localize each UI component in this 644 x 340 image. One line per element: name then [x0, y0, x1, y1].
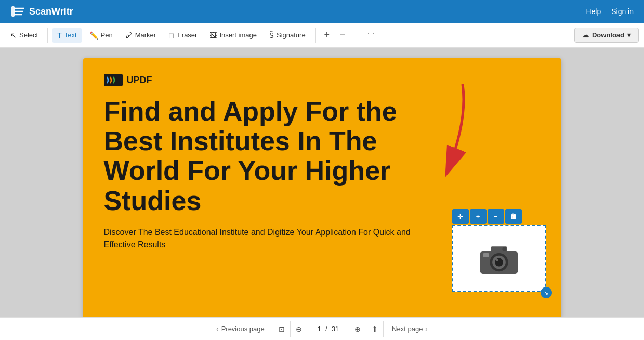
- select-icon: ↖: [10, 31, 17, 40]
- nav-links: Help Sign in: [586, 7, 634, 16]
- zoom-out-bottom-icon: ⊖: [296, 325, 302, 333]
- zoom-in-bottom-button[interactable]: ⊕: [349, 322, 366, 336]
- page-info: 1 / 31: [307, 325, 349, 333]
- red-arrow: [421, 79, 489, 185]
- pen-tool-button[interactable]: ✏️ Pen: [84, 28, 118, 43]
- camera-icon: [478, 240, 520, 277]
- marker-icon: 🖊: [125, 31, 133, 40]
- page-separator: /: [325, 325, 327, 333]
- image-widget-toolbar: ✛ + − 🗑: [452, 209, 546, 224]
- updf-logo-icon: [104, 74, 123, 86]
- current-page: 1: [318, 325, 321, 333]
- marker-tool-button[interactable]: 🖊 Marker: [120, 28, 161, 43]
- zoom-controls: + −: [320, 28, 350, 43]
- insert-image-tool-button[interactable]: 🖼 Insert image: [204, 28, 262, 43]
- pen-icon: ✏️: [89, 31, 98, 40]
- toolbar: ↖ Select T Text ✏️ Pen 🖊 Marker ◻ Eraser…: [0, 23, 644, 48]
- top-nav: ScanWritr Help Sign in: [0, 0, 644, 23]
- toolbar-separator-2: [315, 28, 316, 43]
- download-bottom-button[interactable]: ⬆: [366, 322, 383, 336]
- svg-rect-13: [502, 247, 506, 251]
- toolbar-separator-3: [354, 28, 354, 43]
- eraser-icon: ◻: [168, 31, 175, 40]
- doc-subtext: Discover The Best Educational Institute …: [104, 226, 426, 251]
- document: UPDF Find and Apply For the Best Institu…: [83, 58, 561, 317]
- text-icon: T: [57, 31, 62, 40]
- bottom-bar: ‹ Previous page ⊡ ⊖ 1 / 31 ⊕ ⬆ Next page…: [0, 317, 644, 340]
- image-icon: 🖼: [209, 31, 217, 40]
- download-chevron-icon: ▾: [627, 31, 631, 39]
- signature-icon: S̃: [269, 31, 274, 40]
- page-fit-icon: ⊡: [279, 325, 285, 333]
- zoom-out-bottom-button[interactable]: ⊖: [291, 322, 307, 336]
- prev-chevron-icon: ‹: [216, 325, 218, 333]
- doc-heading: Find and Apply For the Best Institutes I…: [104, 97, 426, 216]
- select-tool-button[interactable]: ↖ Select: [5, 28, 43, 43]
- toolbar-separator-1: [47, 28, 48, 43]
- next-page-button[interactable]: Next page ›: [384, 321, 436, 337]
- download-icon: ☁: [582, 31, 589, 39]
- download-button[interactable]: ☁ Download ▾: [574, 28, 639, 43]
- zoom-in-button[interactable]: +: [320, 28, 334, 43]
- resize-handle[interactable]: ↘: [541, 287, 552, 298]
- svg-point-11: [495, 259, 498, 261]
- sign-in-link[interactable]: Sign in: [611, 7, 634, 16]
- zoom-out-button[interactable]: −: [335, 28, 350, 43]
- widget-move-button[interactable]: ✛: [452, 209, 469, 224]
- svg-rect-12: [483, 253, 489, 257]
- app-title: ScanWritr: [29, 6, 73, 17]
- widget-add-button[interactable]: +: [470, 209, 487, 224]
- doc-logo-text: UPDF: [127, 75, 152, 86]
- updf-logo-svg: [104, 74, 123, 86]
- image-box: ↘: [452, 225, 546, 292]
- widget-subtract-button[interactable]: −: [488, 209, 504, 224]
- text-tool-button[interactable]: T Text: [52, 28, 82, 43]
- previous-page-button[interactable]: ‹ Previous page: [208, 321, 272, 337]
- svg-rect-4: [104, 74, 123, 86]
- image-widget: ✛ + − 🗑: [452, 209, 546, 292]
- help-link[interactable]: Help: [586, 7, 601, 16]
- scanwritr-logo-icon: [10, 4, 25, 19]
- zoom-in-bottom-icon: ⊕: [354, 325, 361, 333]
- page-fit-button[interactable]: ⊡: [273, 322, 290, 336]
- widget-delete-button[interactable]: 🗑: [505, 209, 522, 224]
- next-chevron-icon: ›: [425, 325, 427, 333]
- signature-tool-button[interactable]: S̃ Signature: [264, 28, 311, 43]
- delete-button[interactable]: 🗑: [363, 28, 379, 43]
- main-area: UPDF Find and Apply For the Best Institu…: [0, 48, 644, 317]
- logo-area: ScanWritr: [10, 4, 73, 19]
- total-pages: 31: [332, 325, 339, 333]
- arrow-svg: [421, 79, 489, 183]
- download-bottom-icon: ⬆: [372, 325, 378, 333]
- trash-icon: 🗑: [367, 31, 375, 40]
- eraser-tool-button[interactable]: ◻ Eraser: [163, 28, 202, 43]
